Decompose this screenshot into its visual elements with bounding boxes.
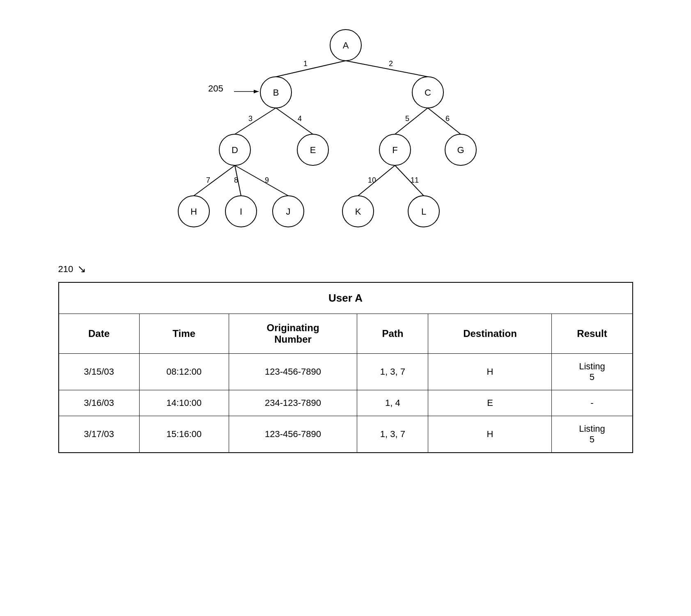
col-header-time: Time (139, 314, 229, 354)
edge-label-8: 8 (234, 176, 238, 184)
tree-diagram: 1 2 3 4 5 6 7 8 9 10 11 A B C D E F G H (161, 16, 530, 246)
svg-line-9 (358, 165, 395, 196)
node-label-K: K (355, 206, 361, 217)
cell-originating-2: 234-123-7890 (229, 390, 357, 416)
cell-destination-3: H (428, 416, 552, 453)
node-label-C: C (425, 87, 431, 98)
cell-originating-3: 123-456-7890 (229, 416, 357, 453)
node-label-J: J (286, 206, 290, 217)
table-label-210: 210 ↘ (58, 263, 633, 275)
tree-svg: 1 2 3 4 5 6 7 8 9 10 11 A B C D E F G H (161, 16, 530, 246)
edge-label-5: 5 (405, 114, 409, 123)
edge-label-10: 10 (367, 176, 376, 184)
svg-line-8 (235, 165, 288, 196)
col-header-originating: OriginatingNumber (229, 314, 357, 354)
col-header-destination: Destination (428, 314, 552, 354)
table-title: User A (59, 282, 633, 314)
svg-line-10 (395, 165, 424, 196)
cell-time-1: 08:12:00 (139, 354, 229, 390)
data-table: User A Date Time OriginatingNumber Path … (58, 282, 633, 453)
edge-label-3: 3 (248, 114, 252, 123)
cell-result-2: - (552, 390, 633, 416)
cell-destination-2: E (428, 390, 552, 416)
node-label-F: F (392, 145, 397, 155)
col-header-path: Path (357, 314, 428, 354)
node-label-A: A (342, 40, 349, 50)
svg-line-3 (276, 108, 313, 134)
table-header-row: Date Time OriginatingNumber Path Destina… (59, 314, 633, 354)
edge-label-6: 6 (445, 114, 449, 123)
svg-line-4 (395, 108, 428, 134)
node-label-H: H (191, 206, 197, 217)
edge-label-4: 4 (297, 114, 301, 123)
edge-label-11: 11 (410, 176, 418, 184)
cell-time-2: 14:10:00 (139, 390, 229, 416)
node-label-B: B (273, 87, 279, 98)
cell-originating-1: 123-456-7890 (229, 354, 357, 390)
node-label-L: L (421, 206, 426, 217)
cell-time-3: 15:16:00 (139, 416, 229, 453)
edge-label-9: 9 (264, 176, 269, 184)
svg-line-1 (346, 61, 428, 77)
svg-line-6 (194, 165, 235, 196)
edge-label-2: 2 (388, 60, 393, 68)
svg-line-0 (276, 61, 346, 77)
cell-path-2: 1, 4 (357, 390, 428, 416)
table-section: 210 ↘ User A Date Time OriginatingNumber… (58, 263, 633, 453)
col-header-date: Date (59, 314, 140, 354)
svg-line-2 (235, 108, 276, 134)
cell-path-1: 1, 3, 7 (357, 354, 428, 390)
cell-date-2: 3/16/03 (59, 390, 140, 416)
node-label-G: G (457, 145, 464, 155)
edge-label-7: 7 (206, 176, 210, 184)
table-row: 3/15/03 08:12:00 123-456-7890 1, 3, 7 H … (59, 354, 633, 390)
edge-label-1: 1 (303, 60, 307, 68)
cell-date-1: 3/15/03 (59, 354, 140, 390)
table-title-row: User A (59, 282, 633, 314)
node-label-E: E (310, 145, 316, 155)
table-row: 3/17/03 15:16:00 123-456-7890 1, 3, 7 H … (59, 416, 633, 453)
table-row: 3/16/03 14:10:00 234-123-7890 1, 4 E - (59, 390, 633, 416)
cell-result-3: Listing5 (552, 416, 633, 453)
col-header-result: Result (552, 314, 633, 354)
diagram-label-205: 205 (208, 83, 223, 94)
svg-line-5 (428, 108, 461, 134)
cell-destination-1: H (428, 354, 552, 390)
node-label-I: I (239, 206, 242, 217)
label-210-arrow: ↘ (77, 263, 86, 275)
cell-date-3: 3/17/03 (59, 416, 140, 453)
cell-path-3: 1, 3, 7 (357, 416, 428, 453)
label-210-text: 210 (58, 264, 73, 275)
cell-result-1: Listing5 (552, 354, 633, 390)
node-label-D: D (232, 145, 238, 155)
